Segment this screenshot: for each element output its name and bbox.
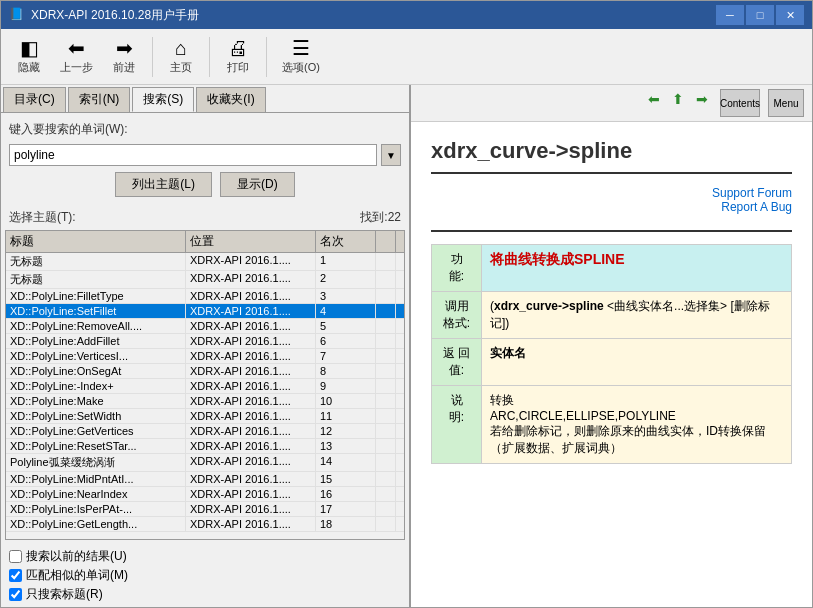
- list-topics-button[interactable]: 列出主题(L): [115, 172, 212, 197]
- row-title: XD::PolyLine:Make: [6, 394, 186, 408]
- row-extra: [376, 304, 396, 318]
- options-icon: ☰: [292, 38, 310, 58]
- row-rank: 9: [316, 379, 376, 393]
- search-titles-checkbox[interactable]: [9, 588, 22, 601]
- row-rank: 5: [316, 319, 376, 333]
- func-row: 功 能: 将曲线转换成SPLINE: [432, 245, 792, 292]
- row-rank: 3: [316, 289, 376, 303]
- row-title: XD::PolyLine:SetFillet: [6, 304, 186, 318]
- results-table: 标题 位置 名次 无标题 XDRX-API 2016.1.... 1 无标题 X…: [5, 230, 405, 540]
- menu-button[interactable]: Menu: [768, 89, 804, 117]
- row-title: XD::PolyLine:RemoveAll....: [6, 319, 186, 333]
- row-extra: [376, 424, 396, 438]
- checkbox-search-previous-row: 搜索以前的结果(U): [9, 548, 401, 565]
- window-controls: ─ □ ✕: [716, 5, 804, 25]
- row-extra: [376, 517, 396, 531]
- menu-label: Menu: [773, 98, 798, 109]
- forward-button[interactable]: ➡ 前进: [104, 35, 144, 78]
- tab-contents[interactable]: 目录(C): [3, 87, 66, 112]
- tab-index[interactable]: 索引(N): [68, 87, 131, 112]
- content-divider: [431, 230, 792, 232]
- table-row[interactable]: Polyline弧菜缓绕涡渐 XDRX-API 2016.1.... 14: [6, 454, 404, 472]
- row-title: 无标题: [6, 253, 186, 270]
- close-button[interactable]: ✕: [776, 5, 804, 25]
- display-button[interactable]: 显示(D): [220, 172, 295, 197]
- row-extra: [376, 349, 396, 363]
- row-location: XDRX-API 2016.1....: [186, 517, 316, 531]
- table-row[interactable]: XD::PolyLine:MidPntAtI... XDRX-API 2016.…: [6, 472, 404, 487]
- row-location: XDRX-API 2016.1....: [186, 319, 316, 333]
- table-row[interactable]: XD::PolyLine:VerticesI... XDRX-API 2016.…: [6, 349, 404, 364]
- table-row[interactable]: XD::PolyLine:GetLength... XDRX-API 2016.…: [6, 517, 404, 532]
- hide-button[interactable]: ◧ 隐藏: [9, 35, 49, 78]
- row-title: XD::PolyLine:-Index+: [6, 379, 186, 393]
- table-row[interactable]: XD::PolyLine:RemoveAll.... XDRX-API 2016…: [6, 319, 404, 334]
- row-rank: 8: [316, 364, 376, 378]
- toolbar-separator-2: [209, 37, 210, 77]
- row-rank: 10: [316, 394, 376, 408]
- table-row[interactable]: 无标题 XDRX-API 2016.1.... 2: [6, 271, 404, 289]
- table-row[interactable]: XD::PolyLine:SetWidth XDRX-API 2016.1...…: [6, 409, 404, 424]
- table-row[interactable]: XD::PolyLine:IsPerPAt-... XDRX-API 2016.…: [6, 502, 404, 517]
- tab-favorites[interactable]: 收藏夹(I): [196, 87, 265, 112]
- row-title: XD::PolyLine:VerticesI...: [6, 349, 186, 363]
- toolbar-separator: [152, 37, 153, 77]
- table-row[interactable]: XD::PolyLine:OnSegAt XDRX-API 2016.1....…: [6, 364, 404, 379]
- home-icon: ⌂: [175, 38, 187, 58]
- search-dropdown-button[interactable]: ▼: [381, 144, 401, 166]
- found-count: 找到:22: [360, 209, 401, 226]
- app-icon: 📘: [9, 7, 25, 23]
- toolbar-separator-3: [266, 37, 267, 77]
- table-row[interactable]: XD::PolyLine:AddFillet XDRX-API 2016.1..…: [6, 334, 404, 349]
- row-extra: [376, 487, 396, 501]
- left-panel: 目录(C) 索引(N) 搜索(S) 收藏夹(I) 键入要搜索的单词(W): ▼ …: [1, 85, 411, 607]
- search-input[interactable]: [9, 144, 377, 166]
- row-location: XDRX-API 2016.1....: [186, 364, 316, 378]
- row-location: XDRX-API 2016.1....: [186, 334, 316, 348]
- desc-value-cell: 转换ARC,CIRCLE,ELLIPSE,POLYLINE若给删除标记，则删除原…: [482, 386, 792, 464]
- col-scroll: [376, 231, 396, 252]
- nav-back-icon[interactable]: ⬅: [644, 89, 664, 109]
- search-previous-checkbox[interactable]: [9, 550, 22, 563]
- titlebar: 📘 XDRX-API 2016.10.28用户手册 ─ □ ✕: [1, 1, 812, 29]
- back-button[interactable]: ⬅ 上一步: [53, 35, 100, 78]
- row-rank: 17: [316, 502, 376, 516]
- call-text: (xdrx_curve->spline <曲线实体名...选择集> [删除标记]…: [490, 299, 770, 330]
- support-forum-link[interactable]: Support Forum: [431, 186, 792, 200]
- table-row[interactable]: XD::PolyLine:ResetSTar... XDRX-API 2016.…: [6, 439, 404, 454]
- checkboxes: 搜索以前的结果(U) 匹配相似的单词(M) 只搜索标题(R): [1, 544, 409, 607]
- toolbar: ◧ 隐藏 ⬅ 上一步 ➡ 前进 ⌂ 主页 🖨 打印 ☰ 选项(O): [1, 29, 812, 85]
- func-value-cell: 将曲线转换成SPLINE: [482, 245, 792, 292]
- maximize-button[interactable]: □: [746, 5, 774, 25]
- minimize-button[interactable]: ─: [716, 5, 744, 25]
- table-row[interactable]: XD::PolyLine:GetVertices XDRX-API 2016.1…: [6, 424, 404, 439]
- table-row[interactable]: XD::PolyLine:-Index+ XDRX-API 2016.1....…: [6, 379, 404, 394]
- row-rank: 7: [316, 349, 376, 363]
- nav-up-icon[interactable]: ⬆: [668, 89, 688, 109]
- hide-label: 隐藏: [18, 60, 40, 75]
- options-button[interactable]: ☰ 选项(O): [275, 35, 327, 78]
- tab-search[interactable]: 搜索(S): [132, 87, 194, 112]
- return-value-cell: 实体名: [482, 339, 792, 386]
- print-button[interactable]: 🖨 打印: [218, 35, 258, 78]
- content-area: xdrx_curve->spline Support Forum Report …: [411, 122, 812, 607]
- row-rank: 1: [316, 253, 376, 270]
- row-rank: 13: [316, 439, 376, 453]
- nav-forward-icon[interactable]: ➡: [692, 89, 712, 109]
- table-row[interactable]: XD::PolyLine:SetFillet XDRX-API 2016.1..…: [6, 304, 404, 319]
- row-location: XDRX-API 2016.1....: [186, 304, 316, 318]
- match-similar-checkbox[interactable]: [9, 569, 22, 582]
- table-row[interactable]: 无标题 XDRX-API 2016.1.... 1: [6, 253, 404, 271]
- table-body: 无标题 XDRX-API 2016.1.... 1 无标题 XDRX-API 2…: [6, 253, 404, 539]
- report-bug-link[interactable]: Report A Bug: [431, 200, 792, 214]
- contents-button[interactable]: Contents: [720, 89, 760, 117]
- home-button[interactable]: ⌂ 主页: [161, 35, 201, 78]
- table-row[interactable]: XD::PolyLine:FilletType XDRX-API 2016.1.…: [6, 289, 404, 304]
- row-extra: [376, 364, 396, 378]
- table-row[interactable]: XD::PolyLine:Make XDRX-API 2016.1.... 10: [6, 394, 404, 409]
- match-similar-label: 匹配相似的单词(M): [26, 567, 128, 584]
- contents-label: Contents: [720, 98, 760, 109]
- checkbox-search-titles-row: 只搜索标题(R): [9, 586, 401, 603]
- table-row[interactable]: XD::PolyLine:NearIndex XDRX-API 2016.1..…: [6, 487, 404, 502]
- row-location: XDRX-API 2016.1....: [186, 271, 316, 288]
